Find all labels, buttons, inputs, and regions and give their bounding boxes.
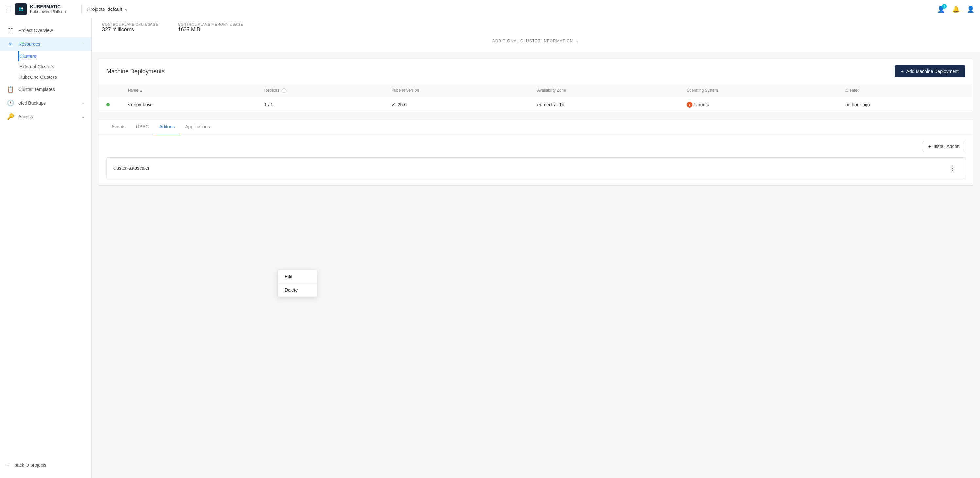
project-name: default: [107, 6, 122, 12]
notifications-icon[interactable]: 🔔: [952, 5, 960, 13]
sidebar-item-resources[interactable]: ⚛ Resources ⌃: [0, 37, 91, 51]
section-header: Machine Deployments + Add Machine Deploy…: [99, 59, 973, 84]
back-to-projects-label: back to projects: [14, 462, 46, 467]
etcd-icon: 🕐: [6, 99, 14, 106]
status-dot-green: [106, 103, 110, 106]
install-addon-label: Install Addon: [934, 144, 960, 149]
col-replicas-label: Replicas: [264, 88, 279, 92]
main-content: Control Plane CPU Usage 327 millicores C…: [92, 18, 980, 478]
col-name-label: Name: [128, 88, 138, 92]
sidebar: ☷ Project Overview ⚛ Resources ⌃ Cluster…: [0, 18, 92, 478]
sidebar-label-project-overview: Project Overview: [18, 28, 85, 33]
resources-icon: ⚛: [6, 41, 14, 48]
key-icon: 🔑: [6, 113, 14, 120]
tab-applications[interactable]: Applications: [180, 119, 215, 134]
sidebar-item-cluster-templates[interactable]: 📋 Cluster Templates: [0, 83, 91, 96]
menu-icon[interactable]: ☰: [5, 5, 11, 13]
row-status: [99, 97, 120, 112]
add-machine-deployment-button[interactable]: + Add Machine Deployment: [895, 65, 966, 77]
context-menu-delete[interactable]: Delete: [278, 283, 317, 297]
additional-info-toggle[interactable]: ADDITIONAL CLUSTER INFORMATION ⌄: [102, 35, 969, 46]
notification-badge: 1: [942, 4, 947, 8]
main-layout: ☷ Project Overview ⚛ Resources ⌃ Cluster…: [0, 18, 980, 478]
plus-icon-install: +: [928, 144, 931, 149]
cpu-value: 327 millicores: [102, 27, 158, 33]
brand-sub: Kubernetes Platform: [30, 10, 66, 14]
addon-name: cluster-autoscaler: [113, 165, 942, 171]
plus-icon: +: [901, 69, 904, 74]
row-os: ● Ubuntu: [679, 97, 838, 112]
os-label: Ubuntu: [694, 102, 709, 107]
template-icon: 📋: [6, 86, 14, 93]
machine-deployments-section: Machine Deployments + Add Machine Deploy…: [98, 59, 974, 113]
chevron-down-icon-access: ⌄: [81, 114, 85, 119]
table-header-row: Name ▲ Replicas i Kubelet Version Availa…: [99, 84, 973, 97]
projects-link[interactable]: Projects: [87, 6, 105, 12]
sidebar-label-cluster-templates: Cluster Templates: [18, 87, 85, 92]
col-os: Operating System: [679, 84, 838, 97]
row-zone: eu-central-1c: [530, 97, 679, 112]
project-selector[interactable]: default ⌄: [107, 6, 128, 12]
sort-icon: ▲: [139, 89, 143, 92]
mem-value: 1635 MiB: [178, 27, 243, 33]
mem-label: Control Plane Memory Usage: [178, 22, 243, 26]
sidebar-item-kubeone-clusters[interactable]: KubeOne Clusters: [18, 72, 91, 83]
grid-icon: ☷: [6, 27, 14, 34]
col-kubelet: Kubelet Version: [384, 84, 530, 97]
tab-addons[interactable]: Addons: [154, 119, 180, 134]
topnav: ☰ KUBERMATIC Kubernetes Platform Project…: [0, 0, 980, 18]
sidebar-label-resources: Resources: [18, 41, 78, 47]
table-row: sleepy-bose 1 / 1 v1.25.6 eu-central-1c …: [99, 97, 973, 112]
sidebar-item-access[interactable]: 🔑 Access ⌄: [0, 110, 91, 124]
sidebar-label-access: Access: [18, 114, 78, 119]
cpu-metric: Control Plane CPU Usage 327 millicores: [102, 22, 158, 33]
chevron-down-icon: ⌄: [576, 38, 579, 43]
sidebar-item-project-overview[interactable]: ☷ Project Overview: [0, 24, 91, 37]
col-status: [99, 84, 120, 97]
replicas-info-icon[interactable]: i: [282, 88, 286, 93]
tab-rbac[interactable]: RBAC: [131, 119, 154, 134]
install-addon-button[interactable]: + Install Addon: [923, 141, 965, 152]
os-icon-container: ● Ubuntu: [687, 102, 709, 108]
mem-metric: Control Plane Memory Usage 1635 MiB: [178, 22, 243, 33]
brand-logo: KUBERMATIC Kubernetes Platform: [15, 3, 66, 15]
brand-text: KUBERMATIC Kubernetes Platform: [30, 3, 66, 15]
col-zone: Availability Zone: [530, 84, 679, 97]
info-bar: Control Plane CPU Usage 327 millicores C…: [92, 18, 980, 52]
context-menu: Edit Delete: [278, 270, 317, 297]
brand-name: KUBERMATIC: [30, 3, 66, 10]
topnav-right: 👤 1 🔔 👤: [937, 5, 975, 13]
back-to-projects-link[interactable]: ← back to projects: [6, 462, 85, 467]
row-name: sleepy-bose: [120, 97, 256, 112]
tab-events[interactable]: Events: [106, 119, 131, 134]
row-created: an hour ago: [838, 97, 973, 112]
add-button-label: Add Machine Deployment: [907, 69, 959, 74]
metrics-row: Control Plane CPU Usage 327 millicores C…: [102, 22, 969, 33]
section-title: Machine Deployments: [106, 68, 164, 75]
row-replicas: 1 / 1: [256, 97, 384, 112]
account-icon[interactable]: 👤: [967, 5, 975, 13]
sidebar-label-etcd-backups: etcd Backups: [18, 100, 78, 106]
col-name[interactable]: Name ▲: [120, 84, 256, 97]
sidebar-item-etcd-backups[interactable]: 🕐 etcd Backups ⌄: [0, 96, 91, 110]
addon-menu-button[interactable]: ⋮: [947, 163, 958, 173]
ubuntu-icon: ●: [687, 102, 692, 108]
logo-image: [15, 3, 27, 15]
support-icon[interactable]: 👤 1: [937, 5, 945, 13]
tabs-section: Events RBAC Addons Applications + Instal…: [98, 119, 974, 186]
additional-info-label: ADDITIONAL CLUSTER INFORMATION: [492, 38, 573, 43]
addon-row: cluster-autoscaler ⋮: [106, 157, 965, 179]
chevron-down-icon: ⌄: [124, 6, 128, 12]
context-menu-edit[interactable]: Edit: [278, 270, 317, 283]
chevron-up-icon: ⌃: [81, 42, 85, 46]
nav-separator: [81, 4, 82, 14]
sidebar-item-clusters[interactable]: Clusters: [18, 51, 91, 62]
back-arrow-icon: ←: [6, 462, 11, 467]
deployments-table: Name ▲ Replicas i Kubelet Version Availa…: [99, 84, 973, 112]
sidebar-bottom: ← back to projects: [0, 457, 91, 473]
row-kubelet: v1.25.6: [384, 97, 530, 112]
col-created: Created: [838, 84, 973, 97]
tabs-content-header: + Install Addon: [106, 141, 965, 152]
col-replicas: Replicas i: [256, 84, 384, 97]
sidebar-item-external-clusters[interactable]: External Clusters: [18, 62, 91, 72]
